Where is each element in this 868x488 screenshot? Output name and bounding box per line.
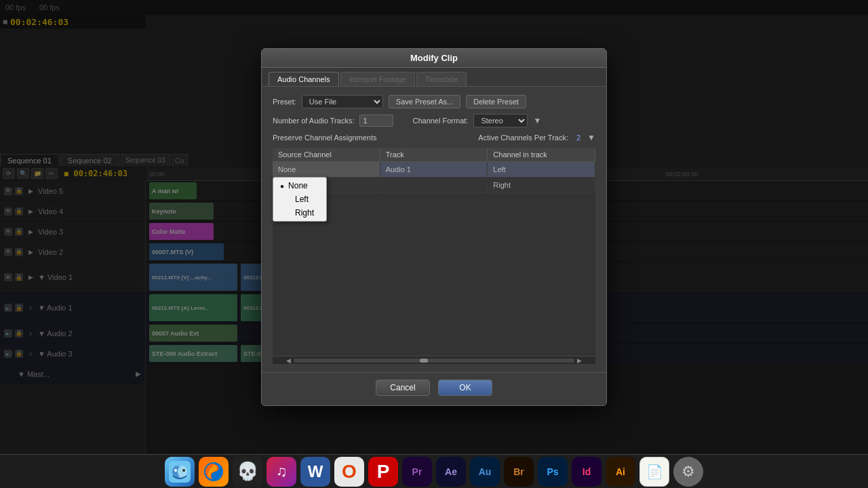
dropdown-option-left-label: Left (295, 195, 309, 204)
col-header-source: Source Channel (273, 148, 380, 161)
preserve-label: Preserve Channel Assignments (273, 134, 376, 142)
modify-clip-dialog: Modify Clip Audio Channels Interpret Foo… (261, 48, 607, 406)
check-icon: ● (280, 182, 284, 190)
scrollbar-area[interactable]: ◀ ▶ (273, 356, 595, 364)
source-dropdown[interactable]: ● None Left Right (273, 177, 327, 222)
preset-select[interactable]: Use File (302, 95, 383, 108)
cancel-button[interactable]: Cancel (376, 380, 430, 396)
col-header-track: Track (380, 148, 488, 161)
docs-icon: 📄 (646, 464, 663, 480)
dock-icon-indesign[interactable]: Id (572, 457, 601, 487)
svg-point-3 (174, 469, 177, 472)
dock-icon-audition[interactable]: Au (470, 457, 500, 487)
scroll-left-btn[interactable]: ◀ (286, 357, 291, 364)
channel-value-1: Left (493, 165, 505, 174)
ai-icon: Ai (616, 466, 625, 477)
dialog-overlay: Modify Clip Audio Channels Interpret Foo… (0, 0, 868, 454)
dock-icon-after-effects[interactable]: Ae (436, 457, 466, 487)
num-tracks-display: 1 (359, 115, 393, 127)
dialog-title-bar: Modify Clip (262, 49, 606, 68)
scrollbar-thumb[interactable] (420, 359, 428, 363)
dock-icon-word[interactable]: W (300, 457, 330, 487)
delete-preset-btn[interactable]: Delete Preset (466, 95, 526, 108)
ok-button[interactable]: OK (438, 380, 492, 396)
channel-table-container: Source Channel Track Channel in track No… (273, 148, 595, 356)
word-icon: W (308, 462, 323, 481)
channel-value-2: Right (493, 181, 511, 189)
channel-row-1[interactable]: None ● None Left (273, 162, 595, 178)
active-channels-value: 2 (576, 134, 580, 142)
dialog-body: Preset: Use File Save Preset As... Delet… (262, 87, 606, 372)
dock-icon-app3[interactable]: 💀 (233, 457, 262, 487)
dropdown-option-right[interactable]: Right (273, 206, 326, 220)
dropdown-option-left[interactable]: Left (273, 192, 326, 206)
au-icon: Au (479, 466, 492, 477)
source-value-1: None (278, 165, 296, 174)
num-tracks-value: 1 (363, 117, 367, 125)
active-channels-arrow[interactable]: ▼ (587, 133, 595, 142)
br-icon: Br (513, 466, 524, 477)
scroll-right-btn[interactable]: ▶ (577, 357, 582, 364)
ps-icon: Ps (547, 466, 558, 477)
dock-icon-finder[interactable] (165, 457, 195, 487)
track-cell-1: Audio 1 (380, 162, 488, 177)
dialog-footer: Cancel OK (262, 372, 606, 405)
channel-table-header: Source Channel Track Channel in track (273, 148, 595, 162)
settings-icon: ⚙ (682, 463, 695, 481)
tab-timecode[interactable]: Timecode (416, 72, 467, 86)
tab-audio-channels[interactable]: Audio Channels (269, 72, 339, 86)
itunes-icon: ♫ (276, 463, 288, 481)
dock-icon-bridge[interactable]: Br (504, 457, 534, 487)
app3-icon: 💀 (237, 461, 258, 482)
dock-icon-itunes[interactable]: ♫ (267, 457, 296, 487)
channel-table-rows: None ● None Left (273, 162, 595, 356)
channel-format-select[interactable]: Stereo (473, 114, 528, 127)
scrollbar-track[interactable] (294, 359, 574, 363)
dropdown-option-right-label: Right (295, 208, 314, 218)
tab-interpret-footage[interactable]: Interpret Footage (340, 72, 415, 86)
channel-format-label: Channel Format: (412, 117, 468, 125)
svg-point-4 (182, 469, 185, 472)
dialog-tabs: Audio Channels Interpret Footage Timecod… (262, 68, 606, 87)
tracks-format-row: Number of Audio Tracks: 1 Channel Format… (273, 114, 595, 127)
save-preset-btn[interactable]: Save Preset As... (389, 95, 460, 108)
num-tracks-label: Number of Audio Tracks: (273, 117, 354, 125)
o-icon: O (342, 461, 357, 483)
track-cell-2 (380, 178, 488, 192)
id-icon: Id (583, 466, 591, 477)
ae-icon: Ae (445, 466, 457, 477)
dock-icon-illustrator[interactable]: Ai (606, 457, 635, 487)
channel-cell-1: Left (488, 162, 595, 177)
dock-icon-p[interactable]: P (368, 457, 398, 487)
dock-icon-system-prefs[interactable]: ⚙ (673, 457, 703, 487)
active-channels-label: Active Channels Per Track: (478, 134, 568, 142)
dialog-title: Modify Clip (410, 53, 458, 63)
preset-row: Preset: Use File Save Preset As... Delet… (273, 95, 595, 108)
premiere-icon: Pr (412, 466, 422, 477)
dock-icon-photoshop[interactable]: Ps (538, 457, 568, 487)
channel-format-arrow[interactable]: ▼ (533, 116, 541, 125)
dropdown-option-none[interactable]: ● None (273, 179, 326, 192)
source-cell-1[interactable]: None ● None Left (273, 162, 380, 177)
p-icon: P (377, 461, 390, 483)
col-header-channel: Channel in track (488, 148, 595, 161)
dock-icon-premiere[interactable]: Pr (402, 457, 432, 487)
track-value-1: Audio 1 (386, 165, 411, 174)
dock-icon-docs[interactable]: 📄 (639, 457, 669, 487)
dock-icon-o[interactable]: O (334, 457, 364, 487)
taskbar: 💀 ♫ W O P Pr Ae Au Br Ps Id Ai 📄 (0, 454, 868, 488)
preserve-row: Preserve Channel Assignments Active Chan… (273, 133, 595, 142)
dropdown-option-none-label: None (288, 181, 308, 190)
channel-cell-2: Right (488, 178, 595, 192)
dock-icon-firefox[interactable] (199, 457, 229, 487)
preset-label: Preset: (273, 98, 296, 106)
